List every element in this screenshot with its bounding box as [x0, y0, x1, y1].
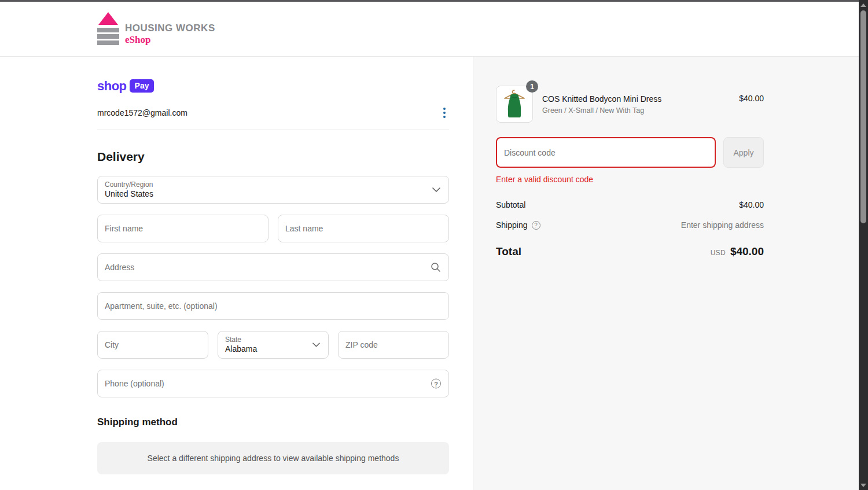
- customer-email: mrcode1572@gmail.com: [97, 108, 187, 117]
- address-input[interactable]: [98, 254, 448, 281]
- city-field[interactable]: [97, 331, 208, 359]
- kebab-menu-icon[interactable]: [440, 105, 449, 120]
- shop-wordmark: shop: [97, 80, 127, 93]
- cart-line-item: 1 COS Knitted Bodycon Mini Dress Green /…: [496, 86, 764, 123]
- product-variant: Green / X-Small / New With Tag: [542, 106, 739, 115]
- subtotal-row: Subtotal $40.00: [496, 200, 764, 209]
- logo-text-secondary: eShop: [125, 35, 215, 45]
- checkout-page: HOUSING WORKS eShop shop Pay mrcode1572@…: [0, 0, 868, 490]
- address-field[interactable]: [97, 253, 449, 281]
- first-name-field[interactable]: [97, 215, 269, 242]
- scroll-down-arrow-icon[interactable]: [859, 480, 868, 490]
- discount-error-message: Enter a valid discount code: [496, 175, 763, 184]
- city-input[interactable]: [98, 331, 208, 358]
- state-label: State: [225, 336, 305, 344]
- first-name-input[interactable]: [98, 215, 268, 242]
- last-name-input[interactable]: [278, 215, 448, 242]
- currency-code: USD: [711, 249, 726, 257]
- phone-input[interactable]: [98, 370, 448, 397]
- help-icon[interactable]: ?: [431, 379, 441, 389]
- apartment-input[interactable]: [98, 293, 448, 319]
- chevron-down-icon: [312, 342, 320, 347]
- discount-code-input[interactable]: [497, 138, 715, 167]
- scroll-up-arrow-icon[interactable]: [859, 0, 868, 10]
- total-label: Total: [496, 245, 521, 258]
- shipping-value: Enter shipping address: [681, 220, 764, 230]
- product-thumbnail: [496, 86, 533, 123]
- shipping-method-heading: Shipping method: [97, 417, 449, 428]
- shipping-method-notice: Select a different shipping address to v…: [97, 442, 449, 474]
- last-name-field[interactable]: [278, 215, 449, 242]
- pay-badge: Pay: [130, 79, 155, 93]
- country-select[interactable]: Country/Region United States: [97, 176, 449, 204]
- housing-works-house-icon: [97, 12, 119, 45]
- shipping-label: Shipping: [496, 220, 528, 230]
- total-row: Total USD $40.00: [496, 245, 764, 258]
- country-value: United States: [105, 189, 425, 198]
- store-logo[interactable]: HOUSING WORKS eShop: [97, 12, 215, 45]
- logo-text-primary: HOUSING WORKS: [125, 23, 215, 33]
- shipping-help-icon[interactable]: ?: [532, 221, 540, 230]
- total-value: $40.00: [730, 245, 764, 258]
- shipping-method-notice-text: Select a different shipping address to v…: [148, 454, 399, 463]
- search-icon: [431, 262, 441, 272]
- discount-code-field[interactable]: [496, 137, 716, 168]
- shipping-row: Shipping ? Enter shipping address: [496, 220, 764, 230]
- phone-field[interactable]: ?: [97, 370, 449, 397]
- shop-pay-logo: shop Pay: [97, 79, 449, 93]
- chevron-down-icon: [432, 187, 440, 192]
- scrollbar[interactable]: [859, 0, 868, 490]
- product-title: COS Knitted Bodycon Mini Dress: [542, 94, 739, 104]
- order-summary: 1 COS Knitted Bodycon Mini Dress Green /…: [473, 57, 859, 490]
- zip-field[interactable]: [338, 331, 449, 359]
- subtotal-value: $40.00: [739, 200, 764, 209]
- divider: [97, 130, 449, 130]
- country-label: Country/Region: [105, 180, 425, 189]
- scrollbar-thumb[interactable]: [860, 10, 866, 223]
- quantity-badge: 1: [526, 80, 538, 93]
- subtotal-label: Subtotal: [496, 200, 525, 209]
- state-select[interactable]: State Alabama: [218, 331, 329, 359]
- apartment-field[interactable]: [97, 292, 449, 320]
- green-dress-image: [500, 89, 529, 120]
- delivery-heading: Delivery: [97, 150, 449, 164]
- zip-input[interactable]: [339, 331, 448, 358]
- apply-discount-button[interactable]: Apply: [723, 137, 764, 168]
- header: HOUSING WORKS eShop: [0, 2, 868, 57]
- checkout-form-column: shop Pay mrcode1572@gmail.com Delivery C…: [0, 57, 473, 490]
- state-value: Alabama: [225, 344, 305, 353]
- product-price: $40.00: [739, 94, 764, 103]
